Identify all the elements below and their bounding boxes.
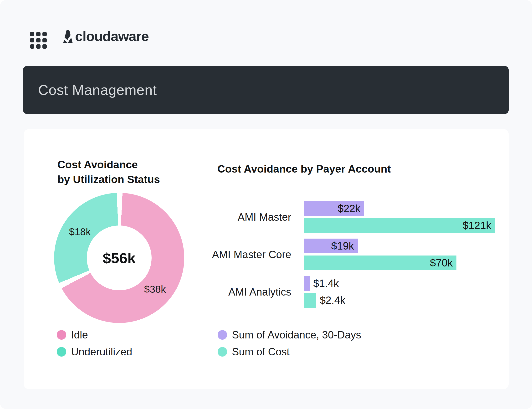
app-header: cloudaware: [0, 0, 532, 55]
page-background: cloudaware Cost Management Cost Avoidanc…: [0, 0, 532, 409]
bar-chart-title: Cost Avoidance by Payer Account: [217, 162, 391, 176]
idle-legend-dot-icon: [57, 330, 66, 340]
donut-title-line2: by Utilization Status: [57, 173, 160, 186]
page-title-bar: Cost Management: [23, 66, 509, 114]
dashboard-card: Cost Avoidance by Utilization Status $38…: [24, 129, 509, 389]
page-title: Cost Management: [38, 82, 157, 98]
bar-value-label: $70k: [430, 257, 457, 269]
bar-value-label: $121k: [463, 220, 495, 232]
bar-avoidance-ami-master[interactable]: $22k: [304, 201, 364, 216]
bar-avoidance-ami-analytics[interactable]: [304, 276, 310, 291]
bar-cost-ami-analytics[interactable]: [304, 293, 316, 308]
bar-cost-ami-master-core[interactable]: $70k: [304, 256, 457, 270]
donut-title-line1: Cost Avoidance: [57, 158, 138, 171]
brand-name: cloudaware: [75, 29, 149, 43]
bar-legend-item-avoidance[interactable]: Sum of Avoidance, 30-Days: [218, 329, 361, 341]
donut-chart-title: Cost Avoidance by Utilization Status: [57, 157, 160, 187]
bar-cost-ami-master[interactable]: $121k: [304, 218, 495, 233]
cloudaware-logo-icon: [63, 30, 73, 43]
donut-legend-item-idle[interactable]: Idle: [57, 329, 88, 341]
bar-category-label: AMI Master Core: [119, 248, 291, 261]
bar-legend-item-cost[interactable]: Sum of Cost: [218, 346, 289, 358]
bar-category-label: AMI Master: [119, 211, 291, 223]
bar-avoidance-ami-master-core[interactable]: $19k: [304, 239, 358, 253]
donut-slice-value-underutilized: $18k: [69, 226, 91, 238]
avoidance-legend-dot-icon: [218, 330, 227, 340]
donut-center-total: $56k: [103, 250, 136, 267]
underutilized-legend-dot-icon: [57, 347, 66, 357]
bar-legend-label: Sum of Cost: [232, 346, 289, 358]
bar-legend-label: Sum of Avoidance, 30-Days: [232, 329, 361, 341]
bar-value-label: $19k: [331, 240, 358, 252]
donut-legend-label: Underutilized: [71, 346, 132, 358]
cost-legend-dot-icon: [218, 347, 227, 357]
cloudaware-logo[interactable]: cloudaware: [63, 29, 149, 43]
donut-legend-label: Idle: [71, 329, 88, 341]
bar-value-label: $1.4k: [313, 276, 339, 291]
app-launcher-icon[interactable]: [30, 32, 47, 49]
bar-value-label: $22k: [338, 203, 364, 214]
donut-slice-value-idle: $38k: [144, 284, 166, 295]
donut-legend-item-underutilized[interactable]: Underutilized: [57, 346, 132, 358]
bar-value-label: $2.4k: [320, 293, 345, 308]
